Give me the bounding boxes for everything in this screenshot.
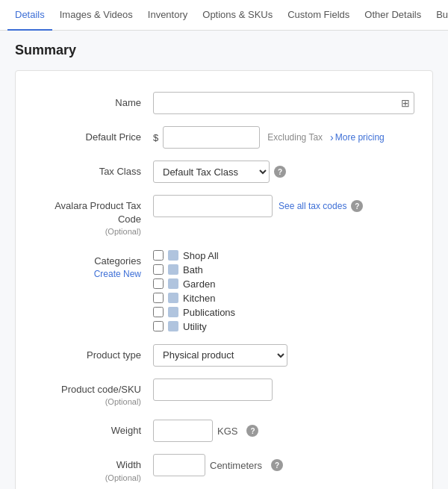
avalara-input[interactable] [153, 195, 273, 217]
tab-bulk-pricing[interactable]: Bulk Pricing [429, 0, 448, 31]
sku-row: Product code/SKU (Optional) [16, 373, 432, 414]
categories-list: Shop All Bath Garden [153, 250, 235, 332]
category-checkbox-garden[interactable] [153, 278, 164, 289]
category-icon [168, 307, 178, 317]
tab-bar: Details Images & Videos Inventory Option… [0, 0, 448, 31]
product-type-label: Product type [34, 344, 153, 362]
category-name: Bath [183, 264, 203, 275]
list-item: Kitchen [153, 293, 235, 304]
create-new-link[interactable]: Create New [34, 268, 141, 281]
sku-label: Product code/SKU (Optional) [34, 379, 153, 408]
name-label: Name [34, 92, 153, 110]
category-checkbox-publications[interactable] [153, 307, 164, 317]
weight-row: Weight KGS ? [16, 414, 432, 448]
section-title: Summary [15, 43, 433, 58]
weight-help-icon[interactable]: ? [246, 425, 258, 437]
product-type-select[interactable]: Physical product Digital product Gift ce… [153, 344, 287, 367]
category-checkbox-bath[interactable] [153, 264, 164, 275]
avalara-row: Avalara Product Tax Code (Optional) See … [16, 189, 432, 244]
form-card: Name ⊞ Default Price $ Excluding Tax Mor… [15, 70, 433, 489]
price-row: Default Price $ Excluding Tax More prici… [16, 120, 432, 155]
see-all-tax-link[interactable]: See all tax codes [279, 201, 346, 211]
avalara-help-icon[interactable]: ? [351, 200, 363, 212]
sku-input[interactable] [153, 379, 273, 401]
category-name: Publications [183, 307, 235, 318]
category-name: Garden [183, 278, 215, 290]
categories-control: Shop All Bath Garden [153, 250, 414, 332]
tax-class-help-icon[interactable]: ? [274, 166, 286, 178]
width-label: Width (Optional) [34, 454, 153, 484]
tax-class-row: Tax Class Default Tax Class ? [16, 155, 432, 189]
avalara-label: Avalara Product Tax Code (Optional) [34, 195, 153, 238]
tab-custom-fields[interactable]: Custom Fields [280, 0, 357, 31]
category-name: Utility [183, 321, 207, 332]
product-type-control: Physical product Digital product Gift ce… [153, 344, 414, 367]
tab-images-videos[interactable]: Images & Videos [52, 0, 140, 31]
category-checkbox-utility[interactable] [153, 321, 164, 331]
name-row: Name ⊞ [16, 86, 432, 120]
category-icon [168, 250, 178, 261]
price-input[interactable] [163, 126, 260, 149]
name-input[interactable] [153, 92, 414, 114]
width-control: Centimeters ? [153, 454, 414, 476]
categories-row: Categories Create New Shop All Bath [16, 244, 432, 338]
table-icon[interactable]: ⊞ [401, 97, 410, 109]
category-icon [168, 293, 178, 303]
width-row: Width (Optional) Centimeters ? [16, 448, 432, 489]
tab-options-skus[interactable]: Options & SKUs [195, 0, 280, 31]
product-type-row: Product type Physical product Digital pr… [16, 338, 432, 373]
sku-control [153, 379, 414, 401]
weight-control: KGS ? [153, 420, 414, 442]
list-item: Publications [153, 307, 235, 318]
width-optional: (Optional) [34, 473, 141, 484]
sku-optional: (Optional) [34, 396, 141, 408]
excluding-tax-label: Excluding Tax [267, 132, 323, 143]
weight-unit-label: KGS [217, 426, 237, 437]
weight-input[interactable] [153, 420, 213, 442]
name-input-wrap: ⊞ [153, 92, 414, 114]
list-item: Bath [153, 264, 235, 275]
category-icon [168, 264, 178, 275]
price-label: Default Price [34, 126, 153, 144]
width-wrap: Centimeters ? [153, 454, 283, 476]
tab-other-details[interactable]: Other Details [357, 0, 429, 31]
category-name: Kitchen [183, 293, 215, 304]
weight-wrap: KGS ? [153, 420, 258, 442]
name-control: ⊞ [153, 92, 414, 114]
list-item: Shop All [153, 250, 235, 261]
tax-class-control: Default Tax Class ? [153, 161, 414, 183]
category-checkbox-shop-all[interactable] [153, 250, 164, 261]
category-icon [168, 321, 178, 331]
tab-inventory[interactable]: Inventory [140, 0, 195, 31]
tax-class-label: Tax Class [34, 161, 153, 178]
price-symbol: $ [153, 132, 158, 143]
weight-label: Weight [34, 420, 153, 437]
width-help-icon[interactable]: ? [271, 459, 283, 471]
category-icon [168, 278, 178, 289]
category-checkbox-kitchen[interactable] [153, 293, 164, 303]
list-item: Garden [153, 278, 235, 290]
width-unit-label: Centimeters [210, 460, 262, 471]
avalara-control: See all tax codes ? [153, 195, 414, 217]
list-item: Utility [153, 321, 235, 332]
price-control: $ Excluding Tax More pricing [153, 126, 414, 149]
tax-class-select[interactable]: Default Tax Class [153, 161, 270, 183]
tab-details[interactable]: Details [7, 0, 52, 31]
more-pricing-link[interactable]: More pricing [330, 131, 385, 143]
category-name: Shop All [183, 250, 219, 261]
avalara-optional: (Optional) [34, 226, 141, 237]
main-content: Summary Name ⊞ Default Price $ Excluding… [0, 31, 448, 489]
price-wrap: $ Excluding Tax More pricing [153, 126, 385, 149]
categories-label: Categories Create New [34, 250, 153, 281]
width-input[interactable] [153, 454, 205, 476]
